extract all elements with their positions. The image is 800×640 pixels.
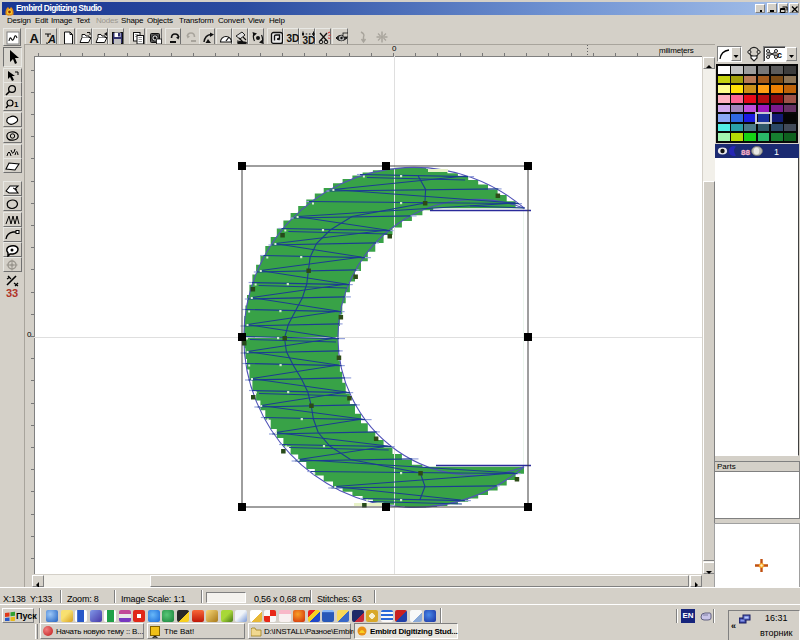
svg-text:c: c bbox=[777, 50, 782, 60]
svg-text:1: 1 bbox=[774, 147, 779, 157]
svg-text:1: 1 bbox=[14, 100, 19, 109]
svg-text:3D: 3D bbox=[287, 33, 300, 44]
svg-text:88: 88 bbox=[741, 148, 750, 157]
